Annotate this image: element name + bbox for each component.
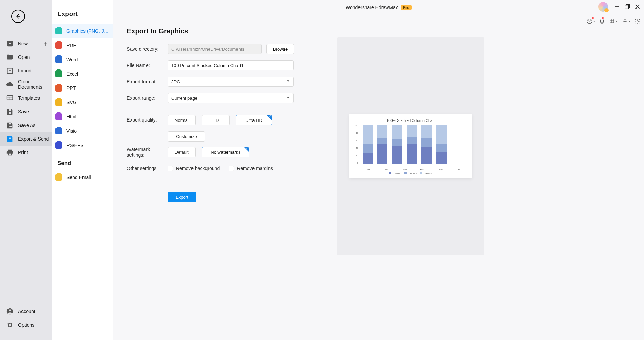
watermark-none[interactable]: No watermarks xyxy=(202,147,249,157)
preview-panel: 100% Stacked Column Chart 100806040200 O… xyxy=(337,37,484,255)
account-icon xyxy=(6,308,14,315)
sidebar-item-label: Open xyxy=(18,54,30,60)
sidebar-item-import[interactable]: Import xyxy=(0,64,52,78)
pdf-icon xyxy=(55,42,62,49)
divider xyxy=(127,109,294,109)
quality-normal[interactable]: Normal xyxy=(168,115,196,125)
plus-box-icon xyxy=(6,40,14,47)
export-type-label: PPT xyxy=(66,85,109,91)
chart-bar xyxy=(392,125,402,164)
save-icon xyxy=(6,108,14,115)
svg-rect-2 xyxy=(9,112,11,114)
email-icon xyxy=(55,174,62,181)
sidebar-item-label: Templates xyxy=(18,95,40,101)
ppt-icon xyxy=(55,85,62,92)
remove-margins-checkbox[interactable]: Remove margins xyxy=(229,166,273,171)
export-type-label: Visio xyxy=(66,128,109,134)
svg-rect-8 xyxy=(625,5,628,9)
svg-rect-5 xyxy=(9,154,11,155)
quality-hd[interactable]: HD xyxy=(202,115,230,125)
app-title: Wondershare EdrawMax Pro xyxy=(346,5,412,10)
label-directory: Save directory: xyxy=(127,46,168,52)
svg-point-7 xyxy=(9,309,11,311)
back-button[interactable] xyxy=(11,10,25,23)
sidebar-item-print[interactable]: Print xyxy=(0,146,52,159)
label-range: Export range: xyxy=(127,95,168,101)
label-watermark: Watermark settings: xyxy=(127,147,168,158)
sidebar-item-label: Save As xyxy=(18,123,35,128)
export-type-label: PDF xyxy=(66,43,109,48)
send-heading: Send xyxy=(52,152,113,170)
sidebar-item-new[interactable]: New + xyxy=(0,37,52,50)
filename-input[interactable]: 100 Percent Stacked Column Chart1 xyxy=(168,60,294,70)
export-type-word[interactable]: Word xyxy=(52,52,113,67)
sidebar-item-templates[interactable]: Templates xyxy=(0,91,52,105)
svg-rect-3 xyxy=(9,109,11,111)
user-avatar[interactable] xyxy=(598,2,608,12)
help-button[interactable]: ▾ xyxy=(586,18,595,25)
keyboard-button[interactable]: ▾ xyxy=(609,18,618,25)
saveas-icon xyxy=(6,122,14,129)
pro-badge: Pro xyxy=(401,5,412,10)
export-type-svg[interactable]: SVG xyxy=(52,95,113,110)
settings-button[interactable] xyxy=(634,18,641,25)
export-type-html[interactable]: Html xyxy=(52,110,113,124)
export-type-visio[interactable]: Visio xyxy=(52,124,113,138)
quality-customize[interactable]: Customize xyxy=(168,131,205,142)
label-format: Export format: xyxy=(127,79,168,84)
export-type-excel[interactable]: Excel xyxy=(52,67,113,81)
export-type-label: PS/EPS xyxy=(66,143,109,148)
sidebar-item-label: New xyxy=(18,41,28,46)
browse-button[interactable]: Browse xyxy=(266,44,294,54)
cloud-icon xyxy=(6,81,14,88)
sidebar-item-label: Options xyxy=(18,322,34,328)
close-button[interactable] xyxy=(634,4,641,10)
export-type-ppt[interactable]: PPT xyxy=(52,81,113,95)
sidebar-item-account[interactable]: Account xyxy=(0,305,52,318)
sidebar-item-label: Save xyxy=(18,109,29,114)
chart-bar xyxy=(377,125,387,164)
quality-ultra-hd[interactable]: Ultra HD xyxy=(236,115,272,125)
sidebar-item-label: Account xyxy=(18,309,35,314)
visio-icon xyxy=(55,128,62,134)
export-type-pdf[interactable]: PDF xyxy=(52,38,113,52)
export-type-label: Word xyxy=(66,57,109,62)
templates-icon xyxy=(6,94,14,102)
sidebar-item-save[interactable]: Save xyxy=(0,105,52,118)
plus-icon[interactable]: + xyxy=(44,40,48,48)
svg-rect-1 xyxy=(7,96,13,100)
chart-bar xyxy=(363,125,373,164)
sidebar-item-cloud[interactable]: Cloud Documents xyxy=(0,78,52,91)
export-type-email[interactable]: Send Email xyxy=(52,170,113,184)
minimize-button[interactable] xyxy=(614,4,620,10)
chart-bar xyxy=(436,125,447,164)
remove-background-checkbox[interactable]: Remove background xyxy=(168,166,220,171)
label-other: Other settings: xyxy=(127,166,168,171)
sidebar-item-options[interactable]: Options xyxy=(0,318,52,332)
label-filename: File Name: xyxy=(127,63,168,68)
format-select[interactable]: JPG xyxy=(168,77,294,87)
export-heading: Export xyxy=(52,10,113,24)
sidebar-item-saveas[interactable]: Save As xyxy=(0,118,52,132)
graphics-icon xyxy=(55,28,62,34)
export-type-ps[interactable]: PS/EPS xyxy=(52,138,113,152)
html-icon xyxy=(55,113,62,120)
notifications-button[interactable] xyxy=(599,18,605,25)
print-icon xyxy=(6,149,14,156)
page-title: Export to Graphics xyxy=(127,27,318,35)
export-type-label: Html xyxy=(66,114,109,119)
sidebar-item-open[interactable]: Open xyxy=(0,50,52,64)
sidebar-item-export[interactable]: Export & Send xyxy=(0,132,52,146)
label-quality: Export quality: xyxy=(127,115,168,123)
svg-rect-4 xyxy=(9,123,11,125)
range-select[interactable]: Current page xyxy=(168,93,294,103)
maximize-button[interactable] xyxy=(624,4,630,10)
export-button[interactable]: Export xyxy=(168,192,196,202)
import-icon xyxy=(6,67,14,75)
directory-input: C:/Users/rimzh/OneDrive/Documents xyxy=(168,44,262,54)
export-type-label: Excel xyxy=(66,71,109,77)
export-type-graphics[interactable]: Graphics (PNG, JPG et... xyxy=(52,24,113,38)
watermark-default[interactable]: Default xyxy=(168,147,196,157)
theme-button[interactable]: ▾ xyxy=(622,18,630,25)
gear-icon xyxy=(6,321,14,329)
